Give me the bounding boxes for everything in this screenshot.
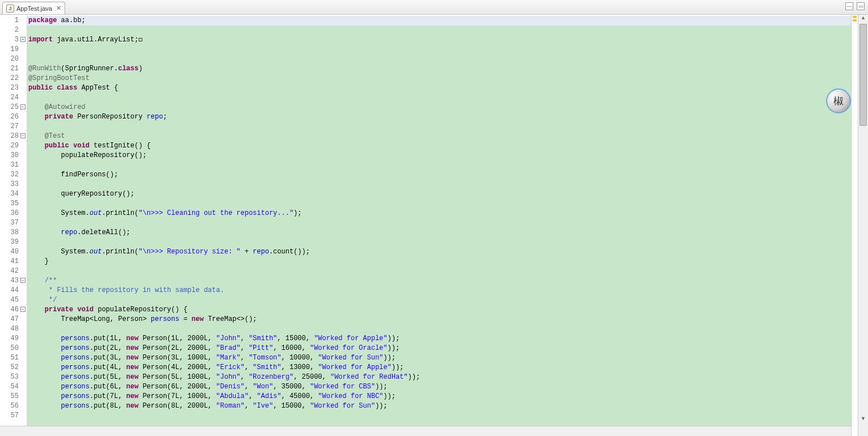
code-line[interactable]: persons.put(7L, new Person(7L, 1000L, "A…	[27, 392, 851, 401]
line-number: 20	[0, 54, 27, 64]
line-number: 52	[0, 363, 27, 372]
avatar[interactable]: 椒	[826, 88, 851, 113]
line-number: 3+	[0, 35, 27, 45]
code-line[interactable]: private PersonRepository repo;	[27, 112, 851, 122]
line-number: 54	[0, 382, 27, 392]
code-line[interactable]	[27, 93, 851, 103]
code-text-area[interactable]: package aa.bb;import java.util.ArrayList…	[27, 15, 851, 436]
line-number: 45	[0, 295, 27, 305]
line-number: 43−	[0, 276, 27, 286]
code-line[interactable]	[27, 180, 851, 189]
scrollbar-thumb[interactable]	[860, 24, 867, 126]
scroll-down-arrow-icon[interactable]: ▼	[858, 416, 868, 425]
code-line[interactable]: }	[27, 257, 851, 266]
code-line[interactable]: /**	[27, 276, 851, 286]
line-number: 25−	[0, 103, 27, 112]
code-line[interactable]: System.out.println("\n>>> Repository siz…	[27, 247, 851, 257]
line-number: 23	[0, 83, 27, 93]
code-line[interactable]: TreeMap<Long, Person> persons = new Tree…	[27, 315, 851, 324]
code-line[interactable]	[27, 324, 851, 334]
code-line[interactable]: @Autowired	[27, 103, 851, 112]
line-number-gutter[interactable]: 123+19202122232425−262728−29303132333435…	[0, 15, 27, 436]
line-number: 22	[0, 74, 27, 83]
line-number: 39	[0, 238, 27, 247]
line-number: 26	[0, 112, 27, 122]
editor-area: 123+19202122232425−262728−29303132333435…	[0, 15, 868, 436]
line-number: 36	[0, 209, 27, 218]
fold-collapse-icon[interactable]: −	[20, 104, 25, 109]
code-line[interactable]	[27, 45, 851, 54]
line-number: 55	[0, 392, 27, 401]
line-number: 37	[0, 218, 27, 228]
scroll-up-arrow-icon[interactable]: ▲	[858, 15, 868, 24]
code-line[interactable]	[27, 160, 851, 170]
code-line[interactable]: package aa.bb;	[27, 16, 851, 26]
maximize-icon[interactable]: ▭	[857, 2, 865, 10]
code-line[interactable]: queryRepository();	[27, 189, 851, 199]
code-line[interactable]	[27, 199, 851, 209]
code-line[interactable]: private void populateRepository() {	[27, 305, 851, 315]
vertical-scrollbar[interactable]: ▲ ▼	[858, 15, 868, 436]
java-file-icon: J	[6, 5, 14, 12]
code-line[interactable]: persons.put(6L, new Person(6L, 2000L, "D…	[27, 382, 851, 392]
fold-collapse-icon[interactable]: −	[20, 133, 25, 138]
avatar-char: 椒	[833, 94, 844, 108]
code-line[interactable]	[27, 26, 851, 35]
code-line[interactable]: @Test	[27, 132, 851, 141]
code-line[interactable]: findPersons();	[27, 170, 851, 180]
line-number: 46−	[0, 305, 27, 315]
line-number: 29	[0, 141, 27, 151]
code-line[interactable]: persons.put(2L, new Person(2L, 2000L, "B…	[27, 344, 851, 353]
code-line[interactable]	[27, 218, 851, 228]
code-line[interactable]	[27, 411, 851, 421]
code-line[interactable]	[27, 54, 851, 64]
line-number: 34	[0, 189, 27, 199]
code-line[interactable]: persons.put(5L, new Person(5L, 1000L, "J…	[27, 372, 851, 382]
code-line[interactable]: persons.put(1L, new Person(1L, 2000L, "J…	[27, 334, 851, 344]
code-line[interactable]	[27, 122, 851, 132]
code-line[interactable]: */	[27, 295, 851, 305]
line-number: 19	[0, 45, 27, 54]
code-line[interactable]: public class AppTest {	[27, 83, 851, 93]
code-line[interactable]: repo.deleteAll();	[27, 228, 851, 238]
code-line[interactable]: * Fills the repository in with sample da…	[27, 286, 851, 295]
code-line[interactable]: persons.put(3L, new Person(3L, 1000L, "M…	[27, 353, 851, 363]
line-number: 51	[0, 353, 27, 363]
line-number: 30	[0, 151, 27, 160]
editor-tab-apptest[interactable]: J AppTest.java ✕	[2, 2, 65, 14]
code-line[interactable]	[27, 266, 851, 276]
line-number: 47	[0, 315, 27, 324]
code-line[interactable]: populateRepository();	[27, 151, 851, 160]
code-line[interactable]: @RunWith(SpringRunner.class)	[27, 64, 851, 74]
fold-collapse-icon[interactable]: −	[20, 278, 25, 283]
code-line[interactable]: import java.util.ArrayList;◻	[27, 35, 851, 45]
overview-mark[interactable]	[853, 19, 857, 22]
line-number: 21	[0, 64, 27, 74]
minimize-icon[interactable]: —	[845, 2, 853, 10]
line-number: 48	[0, 324, 27, 334]
line-number: 56	[0, 401, 27, 411]
line-number: 33	[0, 180, 27, 189]
editor-toolbar-right: — ▭	[845, 2, 865, 10]
code-line[interactable]	[27, 238, 851, 247]
line-number: 24	[0, 93, 27, 103]
fold-expand-icon[interactable]: +	[20, 37, 25, 42]
code-line[interactable]: public void testIgnite() {	[27, 141, 851, 151]
code-line[interactable]: System.out.println("\n>>> Cleaning out t…	[27, 209, 851, 218]
code-line[interactable]: persons.put(4L, new Person(4L, 2000L, "E…	[27, 363, 851, 372]
line-number: 44	[0, 286, 27, 295]
line-number: 38	[0, 228, 27, 238]
overview-ruler[interactable]	[851, 15, 858, 436]
line-number: 28−	[0, 132, 27, 141]
fold-collapse-icon[interactable]: −	[20, 307, 25, 312]
code-line[interactable]: persons.put(8L, new Person(8L, 2000L, "R…	[27, 401, 851, 411]
code-line[interactable]: @SpringBootTest	[27, 74, 851, 83]
close-tab-icon[interactable]: ✕	[54, 5, 61, 12]
horizontal-scrollbar[interactable]	[0, 426, 851, 436]
line-number: 27	[0, 122, 27, 132]
line-number: 42	[0, 266, 27, 276]
tab-filename: AppTest.java	[16, 5, 52, 12]
overview-mark[interactable]	[853, 16, 857, 18]
line-number: 2	[0, 26, 27, 35]
line-number: 53	[0, 372, 27, 382]
